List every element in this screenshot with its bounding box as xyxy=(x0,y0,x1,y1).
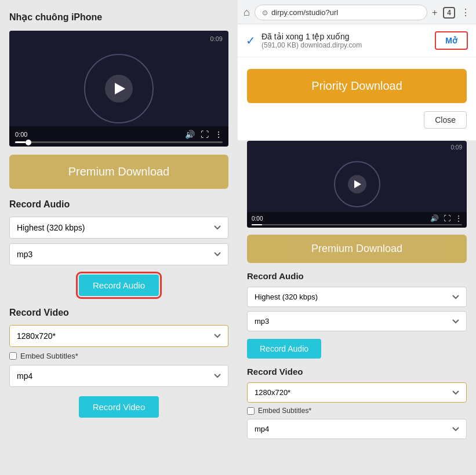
check-icon: ✓ xyxy=(246,34,256,48)
video-format-select-left[interactable]: mp4 webm avi xyxy=(9,365,228,387)
url-text: dirpy.com/studio?url xyxy=(271,8,338,17)
right-content: 0:09 0:00 🔊 ⛶ ⋮ Premium Download Recor xyxy=(238,141,476,452)
fullscreen-icon-right[interactable]: ⛶ xyxy=(444,214,450,222)
duration-badge-right: 0:09 xyxy=(451,144,462,151)
record-video-section-left: Record Video 1280x720* 1920x1080 640x360… xyxy=(9,308,228,418)
open-button[interactable]: Mở xyxy=(435,31,468,50)
close-button[interactable]: Close xyxy=(424,111,467,129)
play-button-right[interactable] xyxy=(348,175,366,193)
priority-download-button[interactable]: Priority Download xyxy=(247,69,467,103)
progress-fill-left xyxy=(15,141,26,143)
duration-badge-left: 0:09 xyxy=(210,35,223,42)
right-panel: ⌂ ⊙ dirpy.com/studio?url + 4 ⋮ ✓ Đã tải … xyxy=(238,0,476,475)
time-row-right: 0:00 🔊 ⛶ ⋮ xyxy=(252,214,462,222)
record-video-title-right: Record Video xyxy=(247,367,467,377)
play-button-left[interactable] xyxy=(105,75,133,103)
embed-subtitles-checkbox-left[interactable] xyxy=(9,352,17,360)
video-player-right: 0:09 0:00 🔊 ⛶ ⋮ xyxy=(247,141,467,228)
download-subtitle: (591,00 KB) download.dirpy.com xyxy=(261,41,429,49)
play-icon-right xyxy=(354,180,361,188)
security-icon: ⊙ xyxy=(262,9,268,17)
record-audio-button-right[interactable]: Record Audio xyxy=(247,339,321,359)
current-time-left: 0:00 xyxy=(15,131,27,138)
left-panel: Nhạc chuông iPhone 0:09 0:00 🔊 ⛶ ⋮ xyxy=(0,0,238,475)
resolution-select-right[interactable]: 1280x720* 1920x1080 640x360 xyxy=(247,382,467,403)
record-audio-section-right: Record Audio Highest (320 kbps) High (25… xyxy=(247,271,467,359)
progress-bar-right[interactable] xyxy=(252,224,462,225)
video-controls-right: 0:00 🔊 ⛶ ⋮ xyxy=(247,212,467,228)
control-icons-right: 🔊 ⛶ ⋮ xyxy=(430,214,462,222)
embed-subtitles-row-right: Embed Subtitles* xyxy=(247,407,467,415)
embed-subtitles-checkbox-right[interactable] xyxy=(247,407,255,415)
video-player-left: 0:09 0:00 🔊 ⛶ ⋮ xyxy=(9,31,228,147)
priority-popup: Priority Download Close xyxy=(238,57,476,141)
embed-subtitles-label-left: Embed Subtitles* xyxy=(20,352,78,360)
download-title: Đã tải xong 1 tệp xuống xyxy=(261,32,429,41)
add-tab-icon[interactable]: + xyxy=(432,8,437,18)
record-video-title-left: Record Video xyxy=(9,308,228,318)
album-art-circle xyxy=(84,54,154,123)
record-audio-title-right: Record Audio xyxy=(247,271,467,281)
record-video-section-right: Record Video 1280x720* 1920x1080 640x360… xyxy=(247,367,467,443)
more-menu-icon[interactable]: ⋮ xyxy=(461,7,470,18)
progress-fill-right xyxy=(252,224,262,225)
volume-icon-right[interactable]: 🔊 xyxy=(430,214,439,222)
embed-subtitles-row-left: Embed Subtitles* xyxy=(9,352,228,360)
home-icon[interactable]: ⌂ xyxy=(244,6,250,19)
progress-bar-left[interactable] xyxy=(15,141,223,143)
browser-top-bar: ⌂ ⊙ dirpy.com/studio?url + 4 ⋮ xyxy=(244,5,470,20)
play-icon-left xyxy=(115,83,125,94)
embed-subtitles-label-right: Embed Subtitles* xyxy=(258,407,311,415)
record-audio-title-left: Record Audio xyxy=(9,199,228,210)
download-notification: ✓ Đã tải xong 1 tệp xuống (591,00 KB) do… xyxy=(238,24,476,57)
volume-icon-left[interactable]: 🔊 xyxy=(185,130,195,139)
fullscreen-icon-left[interactable]: ⛶ xyxy=(201,130,209,139)
download-info: Đã tải xong 1 tệp xuống (591,00 KB) down… xyxy=(261,32,429,49)
settings-icon-left[interactable]: ⋮ xyxy=(215,130,223,139)
browser-chrome: ⌂ ⊙ dirpy.com/studio?url + 4 ⋮ xyxy=(238,0,476,24)
format-select-right[interactable]: mp3 wav ogg xyxy=(247,311,467,331)
url-bar[interactable]: ⊙ dirpy.com/studio?url xyxy=(255,5,427,20)
format-select-left[interactable]: mp3 wav ogg xyxy=(9,243,228,265)
resolution-select-left[interactable]: 1280x720* 1920x1080 640x360 xyxy=(9,325,228,347)
quality-select-left[interactable]: Highest (320 kbps) High (256 kbps) Mediu… xyxy=(9,217,228,239)
video-format-select-right[interactable]: mp4 webm avi xyxy=(247,419,467,439)
time-row-left: 0:00 🔊 ⛶ ⋮ xyxy=(15,130,223,139)
record-audio-button-left[interactable]: Record Audio xyxy=(79,275,159,296)
browser-actions: + 4 ⋮ xyxy=(432,7,470,19)
premium-download-button-left[interactable]: Premium Download xyxy=(9,155,228,189)
video-controls-left: 0:00 🔊 ⛶ ⋮ xyxy=(9,126,228,147)
album-art-circle-right xyxy=(334,161,380,207)
control-icons-left: 🔊 ⛶ ⋮ xyxy=(185,130,223,139)
progress-dot-left xyxy=(26,140,31,145)
page-title: Nhạc chuông iPhone xyxy=(9,12,228,23)
record-video-button-left[interactable]: Record Video xyxy=(79,396,159,418)
settings-icon-right[interactable]: ⋮ xyxy=(455,214,462,222)
premium-download-button-right[interactable]: Premium Download xyxy=(247,235,467,263)
quality-select-right[interactable]: Highest (320 kbps) High (256 kbps) Mediu… xyxy=(247,287,467,307)
record-audio-section-left: Record Audio Highest (320 kbps) High (25… xyxy=(9,199,228,296)
current-time-right: 0:00 xyxy=(252,215,263,222)
tab-count-badge[interactable]: 4 xyxy=(443,7,455,19)
